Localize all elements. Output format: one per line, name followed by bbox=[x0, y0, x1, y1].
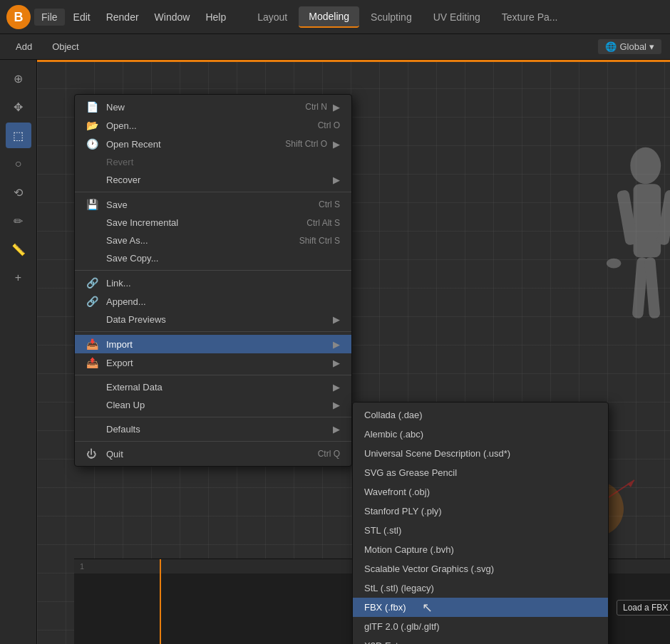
sidebar-annotate-icon[interactable]: ✏ bbox=[6, 208, 31, 234]
quit-shortcut: Ctrl Q bbox=[318, 449, 340, 459]
usd-label: Universal Scene Description (.usd*) bbox=[364, 448, 510, 459]
open-recent-label: Open Recent bbox=[106, 139, 271, 150]
save-as-shortcut: Shift Ctrl S bbox=[299, 236, 340, 246]
wavefront-label: Wavefront (.obj) bbox=[364, 487, 430, 497]
save-copy-label: Save Copy... bbox=[106, 253, 340, 264]
menu-item-revert: Revert bbox=[75, 153, 351, 171]
menu-file[interactable]: File bbox=[34, 9, 65, 26]
toolbar-row: Add Object 🌐 Global ▾ bbox=[0, 34, 670, 60]
menu-item-save[interactable]: 💾 Save Ctrl S bbox=[75, 195, 351, 214]
top-bar: B File Edit Render Window Help Layout Mo… bbox=[0, 0, 670, 34]
menu-item-save-copy[interactable]: Save Copy... bbox=[75, 249, 351, 267]
import-stl[interactable]: STL (.stl) bbox=[353, 521, 608, 540]
menu-window[interactable]: Window bbox=[148, 9, 197, 26]
menu-item-append[interactable]: 🔗 Append... bbox=[75, 292, 351, 311]
import-svg-grease[interactable]: SVG as Grease Pencil bbox=[353, 463, 608, 482]
menu-item-link[interactable]: 🔗 Link... bbox=[75, 274, 351, 292]
workspace-tabs: Layout Modeling Sculpting UV Editing Tex… bbox=[247, 6, 567, 28]
open-recent-shortcut: Shift Ctrl O bbox=[285, 139, 327, 149]
import-stl-legacy[interactable]: StL (.stl) (legacy) bbox=[353, 578, 608, 598]
collada-label: Collada (.dae) bbox=[364, 410, 423, 420]
svg-rect-3 bbox=[634, 184, 661, 257]
svg-rect-7 bbox=[644, 257, 661, 319]
sidebar-cursor-icon[interactable]: ⊕ bbox=[6, 66, 31, 91]
import-gltf[interactable]: glTF 2.0 (.glb/.gltf) bbox=[353, 617, 608, 636]
sidebar-select-box-icon[interactable]: ⬚ bbox=[6, 123, 31, 148]
open-recent-arrow: ▶ bbox=[333, 139, 340, 150]
open-shortcut: Ctrl O bbox=[318, 120, 340, 130]
menu-help[interactable]: Help bbox=[198, 9, 233, 26]
fbx-label: FBX (.fbx) bbox=[364, 602, 406, 613]
import-usd[interactable]: Universal Scene Description (.usd*) bbox=[353, 444, 608, 463]
sidebar-add-mesh-icon[interactable]: + bbox=[6, 265, 31, 291]
quit-icon: ⏻ bbox=[86, 448, 100, 459]
menu-item-import[interactable]: 📥 Import ▶ bbox=[75, 335, 351, 353]
tab-texture-paint[interactable]: Texture Pa... bbox=[492, 7, 568, 27]
menu-render[interactable]: Render bbox=[99, 9, 146, 26]
blender-logo-icon[interactable]: B bbox=[6, 4, 31, 30]
sidebar-measure-icon[interactable]: 📏 bbox=[6, 237, 31, 262]
data-previews-arrow: ▶ bbox=[333, 314, 340, 325]
menu-item-export[interactable]: 📤 Export ▶ bbox=[75, 353, 351, 372]
scalable-svg-label: Scalable Vector Graphics (.svg) bbox=[364, 564, 494, 574]
export-icon: 📤 bbox=[86, 357, 100, 368]
svg-point-2 bbox=[630, 147, 661, 184]
tab-uv-editing[interactable]: UV Editing bbox=[423, 7, 490, 27]
new-shortcut: Ctrl N bbox=[305, 102, 327, 112]
new-arrow: ▶ bbox=[333, 102, 340, 113]
recover-label: Recover bbox=[106, 175, 327, 185]
object-button[interactable]: Object bbox=[45, 39, 86, 54]
import-arrow: ▶ bbox=[333, 339, 340, 350]
separator-6 bbox=[75, 441, 351, 442]
tab-modeling[interactable]: Modeling bbox=[299, 6, 359, 28]
menu-item-new[interactable]: 📄 New Ctrl N ▶ bbox=[75, 98, 351, 116]
save-icon: 💾 bbox=[86, 199, 100, 210]
import-x3d[interactable]: X3D Ext bbox=[353, 636, 608, 644]
menu-item-data-previews[interactable]: Data Previews ▶ bbox=[75, 311, 351, 328]
menu-item-external-data[interactable]: External Data ▶ bbox=[75, 378, 351, 396]
menu-item-save-as[interactable]: Save As... Shift Ctrl S bbox=[75, 232, 351, 249]
external-data-label: External Data bbox=[106, 382, 327, 393]
tab-layout[interactable]: Layout bbox=[247, 7, 297, 27]
import-alembic[interactable]: Alembic (.abc) bbox=[353, 425, 608, 444]
menu-edit[interactable]: Edit bbox=[66, 9, 98, 26]
menu-item-recover[interactable]: Recover ▶ bbox=[75, 171, 351, 189]
save-incremental-label: Save Incremental bbox=[106, 217, 292, 228]
add-button[interactable]: Add bbox=[9, 39, 39, 54]
stanford-ply-label: Stanford PLY (.ply) bbox=[364, 506, 442, 516]
import-fbx[interactable]: FBX (.fbx) Load a FBX file. bbox=[353, 598, 608, 617]
global-dropdown[interactable]: 🌐 Global ▾ bbox=[598, 39, 661, 54]
timeline-cursor[interactable] bbox=[160, 559, 161, 644]
menu-item-open-recent[interactable]: 🕐 Open Recent Shift Ctrl O ▶ bbox=[75, 135, 351, 153]
link-icon: 🔗 bbox=[86, 277, 100, 289]
new-label: New bbox=[106, 102, 291, 113]
save-label: Save bbox=[106, 199, 304, 210]
menu-item-quit[interactable]: ⏻ Quit Ctrl Q bbox=[75, 445, 351, 463]
viewport[interactable]: 📄 New Ctrl N ▶ 📂 Open... Ctrl O 🕐 Open R… bbox=[37, 60, 670, 644]
import-wavefront[interactable]: Wavefront (.obj) bbox=[353, 482, 608, 502]
tab-sculpting[interactable]: Sculpting bbox=[361, 7, 422, 27]
open-label: Open... bbox=[106, 120, 304, 131]
menu-item-save-incremental[interactable]: Save Incremental Ctrl Alt S bbox=[75, 214, 351, 232]
viewport-border bbox=[37, 60, 670, 62]
import-collada[interactable]: Collada (.dae) bbox=[353, 405, 608, 425]
separator-5 bbox=[75, 417, 351, 417]
quit-label: Quit bbox=[106, 449, 304, 459]
sidebar-select-circle-icon[interactable]: ○ bbox=[6, 151, 31, 177]
menu-item-clean-up[interactable]: Clean Up ▶ bbox=[75, 396, 351, 414]
import-motion-capture[interactable]: Motion Capture (.bvh) bbox=[353, 540, 608, 559]
recover-arrow: ▶ bbox=[333, 175, 340, 185]
export-label: Export bbox=[106, 358, 327, 368]
import-scalable-svg[interactable]: Scalable Vector Graphics (.svg) bbox=[353, 559, 608, 578]
x3d-label: X3D Ext bbox=[364, 640, 398, 644]
sidebar-move-icon[interactable]: ✥ bbox=[6, 94, 31, 120]
menu-item-defaults[interactable]: Defaults ▶ bbox=[75, 420, 351, 438]
import-stanford-ply[interactable]: Stanford PLY (.ply) bbox=[353, 502, 608, 521]
sidebar-transform-icon[interactable]: ⟲ bbox=[6, 180, 31, 205]
defaults-label: Defaults bbox=[106, 424, 327, 435]
revert-label: Revert bbox=[106, 157, 340, 167]
save-as-label: Save As... bbox=[106, 235, 285, 246]
menu-item-open[interactable]: 📂 Open... Ctrl O bbox=[75, 116, 351, 135]
stl-legacy-label: StL (.stl) (legacy) bbox=[364, 583, 434, 593]
export-arrow: ▶ bbox=[333, 358, 340, 368]
